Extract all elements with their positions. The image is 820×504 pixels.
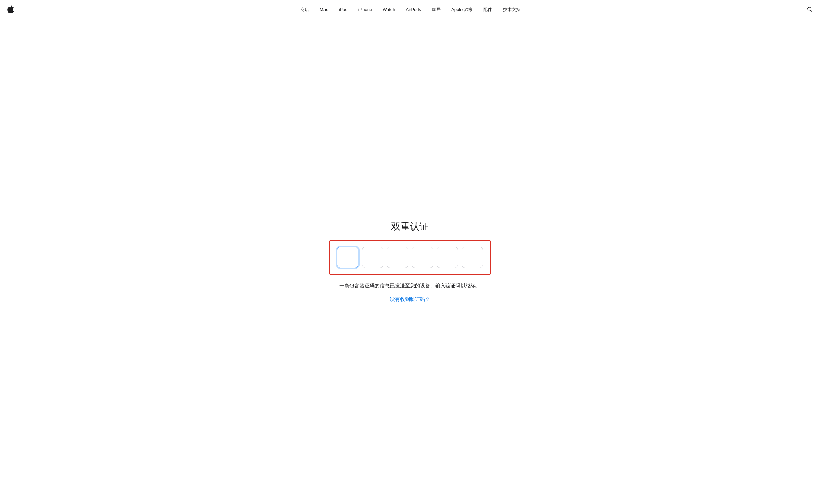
page-main: 双重认证 一条包含验证码的信息已发送至您的设备。输入验证码以继续。 没有收到验证… (0, 19, 820, 504)
nav-store[interactable]: 商店 (295, 0, 314, 19)
digit-input-6[interactable] (462, 247, 483, 268)
page-title: 双重认证 (391, 220, 429, 233)
digit-input-5[interactable] (437, 247, 458, 268)
nav-ipad[interactable]: iPad (334, 0, 353, 19)
main-nav: 商店 Mac iPad iPhone Watch AirPods 家居 Appl… (0, 0, 820, 19)
verification-code-box (329, 240, 491, 275)
nav-link-list: 商店 Mac iPad iPhone Watch AirPods 家居 Appl… (17, 0, 804, 19)
apple-logo[interactable] (7, 5, 14, 13)
nav-support[interactable]: 技术支持 (498, 0, 526, 19)
search-icon (807, 6, 813, 12)
two-factor-container: 双重认证 一条包含验证码的信息已发送至您的设备。输入验证码以继续。 没有收到验证… (329, 220, 491, 303)
digit-input-2[interactable] (362, 247, 383, 268)
digit-input-4[interactable] (412, 247, 433, 268)
digit-input-1[interactable] (337, 247, 358, 268)
search-button[interactable] (807, 6, 813, 12)
nav-iphone[interactable]: iPhone (353, 0, 377, 19)
nav-apple-exclusive[interactable]: Apple 独家 (446, 0, 478, 19)
nav-airpods[interactable]: AirPods (401, 0, 427, 19)
nav-accessories[interactable]: 配件 (478, 0, 498, 19)
nav-home[interactable]: 家居 (426, 0, 446, 19)
helper-text: 一条包含验证码的信息已发送至您的设备。输入验证码以继续。 (339, 282, 481, 290)
nav-mac[interactable]: Mac (314, 0, 334, 19)
resend-code-link[interactable]: 没有收到验证码？ (390, 296, 430, 303)
nav-watch[interactable]: Watch (377, 0, 400, 19)
digit-input-3[interactable] (387, 247, 408, 268)
